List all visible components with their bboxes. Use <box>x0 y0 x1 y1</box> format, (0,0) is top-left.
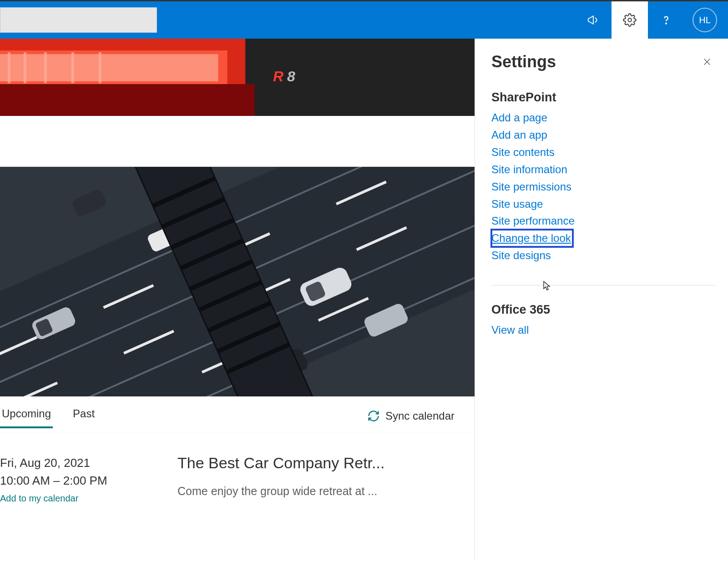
road-image <box>0 167 475 396</box>
add-to-calendar-link[interactable]: Add to my calendar <box>0 493 177 504</box>
link-view-all[interactable]: View all <box>491 321 715 339</box>
avatar-initials: HL <box>699 15 711 25</box>
tab-label: Past <box>73 407 95 420</box>
tab-upcoming[interactable]: Upcoming <box>0 405 53 428</box>
event-description: Come enjoy the group wide retreat at ... <box>177 485 465 498</box>
avatar[interactable]: HL <box>693 8 717 32</box>
link-site-usage[interactable]: Site usage <box>491 195 715 213</box>
link-site-information[interactable]: Site information <box>491 161 715 178</box>
svg-rect-12 <box>0 84 254 116</box>
gear-icon[interactable] <box>612 1 648 39</box>
close-icon[interactable] <box>699 54 715 70</box>
search-input[interactable] <box>0 7 157 33</box>
sync-label: Sync calendar <box>385 410 455 422</box>
events-section: Upcoming Past Sync calendar <box>0 396 475 504</box>
cursor-icon <box>543 281 552 291</box>
link-site-permissions[interactable]: Site permissions <box>491 178 715 195</box>
link-change-the-look[interactable]: Change the look <box>491 230 573 247</box>
main-content: RR88 <box>0 39 475 561</box>
hero-banner: RR88 <box>0 39 475 116</box>
settings-panel: Settings SharePoint Add a page Add an ap… <box>475 39 728 561</box>
panel-title: Settings <box>491 52 556 71</box>
section-office365: Office 365 <box>491 303 715 317</box>
event-title[interactable]: The Best Car Company Retr... <box>177 454 465 472</box>
link-site-contents[interactable]: Site contents <box>491 144 715 161</box>
search-area <box>0 1 157 39</box>
sync-calendar-button[interactable]: Sync calendar <box>367 410 455 422</box>
svg-point-0 <box>628 18 632 22</box>
hero-badge: RR88 <box>273 68 297 85</box>
suite-header: HL <box>0 1 728 39</box>
sync-icon <box>367 410 380 422</box>
event-tabs: Upcoming Past <box>0 405 96 427</box>
link-add-page[interactable]: Add a page <box>491 109 715 126</box>
mid-strip <box>0 116 475 167</box>
event-datetime: Fri, Aug 20, 2021 10:00 AM – 2:00 PM Add… <box>0 454 177 504</box>
settings-links: Add a page Add an app Site contents Site… <box>491 109 715 264</box>
svg-rect-5 <box>0 54 218 81</box>
megaphone-icon[interactable] <box>575 1 612 39</box>
tab-past[interactable]: Past <box>71 405 96 427</box>
event-body: The Best Car Company Retr... Come enjoy … <box>177 454 475 504</box>
event-date-line2: 10:00 AM – 2:00 PM <box>0 472 177 490</box>
help-icon[interactable] <box>648 1 684 39</box>
link-site-performance[interactable]: Site performance <box>491 212 715 230</box>
event-date-line1: Fri, Aug 20, 2021 <box>0 454 177 472</box>
link-add-app[interactable]: Add an app <box>491 126 715 144</box>
section-sharepoint: SharePoint <box>491 90 715 105</box>
top-actions: HL <box>575 1 723 39</box>
link-site-designs[interactable]: Site designs <box>491 247 715 264</box>
svg-point-1 <box>666 23 667 24</box>
tab-label: Upcoming <box>2 407 51 420</box>
divider <box>491 285 715 286</box>
